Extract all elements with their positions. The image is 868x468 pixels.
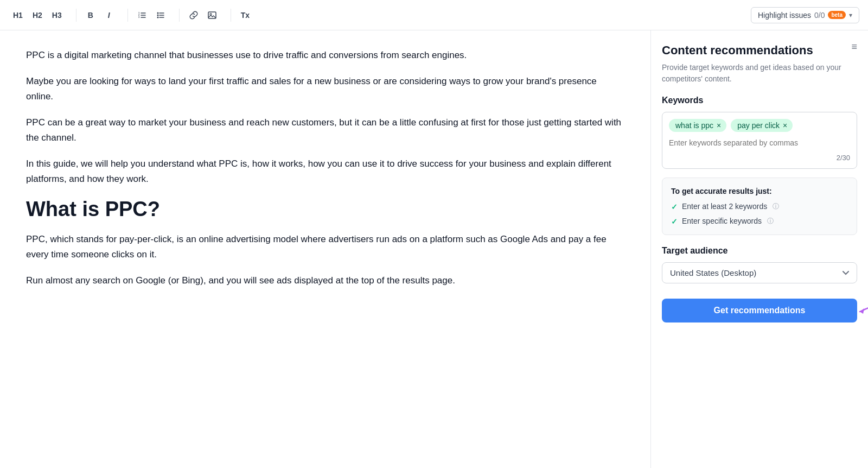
svg-point-11 bbox=[157, 16, 158, 18]
keywords-section-title: Keywords bbox=[662, 96, 857, 105]
image-icon bbox=[208, 11, 216, 20]
highlight-issues-button[interactable]: Highlight issues 0/0 beta ▾ bbox=[751, 7, 859, 23]
ordered-list-icon: 1 2 3 bbox=[138, 11, 146, 20]
toolbar: H1 H2 H3 B I 1 2 3 bbox=[0, 0, 868, 30]
tip-info-2: ⓘ bbox=[767, 217, 774, 226]
image-button[interactable] bbox=[203, 7, 221, 24]
divider-4 bbox=[231, 9, 231, 22]
text-format-group: B I bbox=[82, 7, 118, 24]
tip-info-1: ⓘ bbox=[773, 202, 779, 211]
sidebar-title: Content recommendations bbox=[662, 43, 857, 58]
tip-item-2: ✓ Enter specific keywords ⓘ bbox=[671, 217, 848, 226]
paragraph-2: Maybe you are looking for ways to land y… bbox=[26, 74, 624, 104]
tip-check-2: ✓ bbox=[671, 217, 678, 226]
svg-point-10 bbox=[157, 14, 158, 16]
h3-button[interactable]: H3 bbox=[48, 7, 66, 24]
highlight-count: 0/0 bbox=[814, 11, 825, 20]
ordered-list-button[interactable]: 1 2 3 bbox=[133, 7, 151, 24]
paragraph-4: In this guide, we will help you understa… bbox=[26, 156, 624, 187]
keywords-counter: 2/30 bbox=[669, 154, 850, 162]
tip-check-1: ✓ bbox=[671, 203, 678, 211]
link-button[interactable] bbox=[185, 7, 202, 24]
unordered-list-icon bbox=[156, 11, 165, 20]
divider-2 bbox=[127, 9, 128, 22]
beta-badge: beta bbox=[828, 11, 846, 19]
tips-title: To get accurate results just: bbox=[671, 187, 848, 195]
sidebar-menu-icon[interactable]: ≡ bbox=[851, 41, 857, 53]
insert-buttons-group bbox=[185, 7, 221, 24]
target-audience-title: Target audience bbox=[662, 246, 857, 256]
keyword-remove-2[interactable]: × bbox=[783, 122, 787, 129]
h1-button[interactable]: H1 bbox=[9, 7, 27, 24]
h2-button[interactable]: H2 bbox=[28, 7, 47, 24]
paragraph-6: Run almost any search on Google (or Bing… bbox=[26, 273, 624, 288]
keyword-tag-1: what is ppc × bbox=[669, 119, 726, 132]
keyword-tag-2: pay per click × bbox=[731, 119, 793, 132]
italic-button[interactable]: I bbox=[100, 7, 118, 24]
svg-point-9 bbox=[157, 12, 158, 14]
paragraph-3: PPC can be a great way to market your bu… bbox=[26, 115, 624, 146]
tips-box: To get accurate results just: ✓ Enter at… bbox=[662, 178, 857, 235]
divider-3 bbox=[179, 9, 180, 22]
paragraph-1: PPC is a digital marketing channel that … bbox=[26, 48, 624, 63]
divider-1 bbox=[76, 9, 76, 22]
svg-point-13 bbox=[210, 13, 212, 15]
svg-marker-14 bbox=[860, 308, 864, 314]
keywords-tags: what is ppc × pay per click × bbox=[669, 119, 850, 132]
link-icon bbox=[189, 11, 198, 20]
bold-button[interactable]: B bbox=[82, 7, 99, 24]
sidebar: ≡ Content recommendations Provide target… bbox=[651, 30, 868, 468]
keyword-label-2: pay per click bbox=[737, 121, 780, 130]
paragraph-5: PPC, which stands for pay-per-click, is … bbox=[26, 232, 624, 262]
clear-format-button[interactable]: Tx bbox=[237, 7, 254, 24]
keywords-box[interactable]: what is ppc × pay per click × 2/30 bbox=[662, 112, 857, 169]
chevron-down-icon: ▾ bbox=[849, 11, 852, 19]
sidebar-subtitle: Provide target keywords and get ideas ba… bbox=[662, 62, 857, 85]
tip-item-1: ✓ Enter at least 2 keywords ⓘ bbox=[671, 202, 848, 211]
audience-select[interactable]: United States (Desktop) United Kingdom (… bbox=[662, 262, 857, 283]
target-audience-section: Target audience United States (Desktop) … bbox=[662, 246, 857, 283]
keyword-remove-1[interactable]: × bbox=[717, 122, 721, 129]
get-recommendations-button[interactable]: Get recommendations bbox=[662, 299, 857, 322]
heading-buttons-group: H1 H2 H3 bbox=[9, 7, 66, 24]
tip-text-1: Enter at least 2 keywords bbox=[682, 202, 767, 211]
svg-text:3: 3 bbox=[138, 16, 140, 18]
keyword-label-1: what is ppc bbox=[675, 121, 713, 130]
main-layout: PPC is a digital marketing channel that … bbox=[0, 30, 868, 468]
keywords-input[interactable] bbox=[669, 136, 850, 149]
list-buttons-group: 1 2 3 bbox=[133, 7, 169, 24]
editor-content: PPC is a digital marketing channel that … bbox=[26, 48, 624, 288]
unordered-list-button[interactable] bbox=[152, 7, 169, 24]
heading-1: What is PPC? bbox=[26, 198, 624, 221]
get-recommendations-wrapper: Get recommendations bbox=[662, 294, 857, 322]
tip-text-2: Enter specific keywords bbox=[682, 217, 762, 225]
highlight-label: Highlight issues bbox=[758, 11, 811, 20]
editor-area[interactable]: PPC is a digital marketing channel that … bbox=[0, 30, 651, 468]
